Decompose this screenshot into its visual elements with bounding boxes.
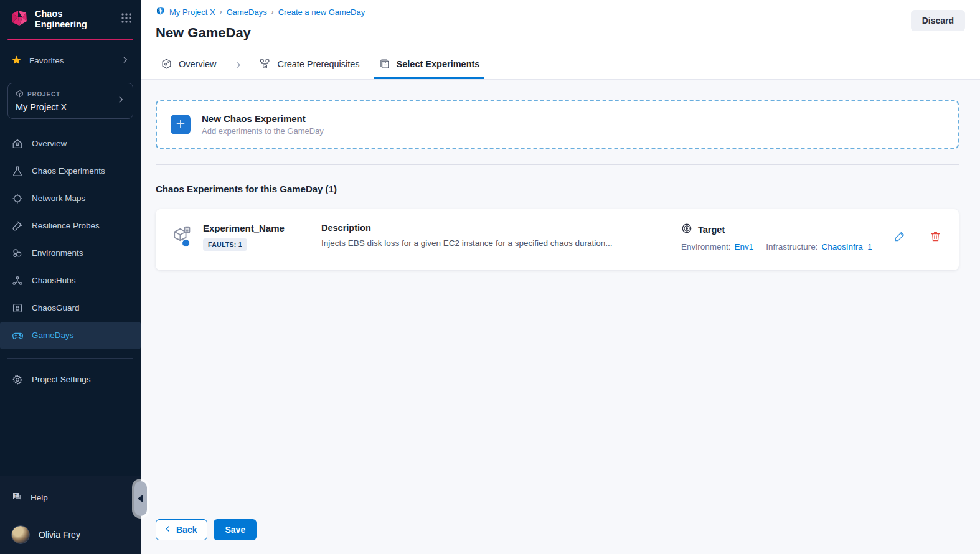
sidebar-item-gamedays[interactable]: GameDays [0, 322, 141, 349]
avatar [11, 525, 30, 544]
star-icon [11, 55, 22, 67]
wizard-tabbar: Overview Create Prerequisites Select Exp… [141, 50, 980, 80]
experiments-section-title: Chaos Experiments for this GameDay (1) [156, 184, 959, 194]
target-bullseye-icon [681, 223, 692, 236]
content-area: New Chaos Experiment Add experiments to … [141, 80, 980, 554]
project-selector[interactable]: PROJECT My Project X [7, 83, 133, 119]
environment-label: Environment: [681, 242, 731, 251]
add-box-title: New Chaos Experiment [202, 113, 324, 124]
main-area: My Project X › GameDays › Create a new G… [141, 0, 980, 554]
add-experiment-button[interactable] [171, 115, 191, 134]
sidebar-item-favorites[interactable]: Favorites [0, 47, 141, 75]
content-divider [156, 164, 959, 165]
environment-link[interactable]: Env1 [735, 242, 754, 251]
description-text: Injects EBS disk loss for a given EC2 in… [321, 238, 662, 248]
user-menu[interactable]: Olivia Frey [0, 518, 141, 554]
pencil-icon [894, 230, 906, 244]
home-icon [11, 138, 24, 149]
faults-badge: FAULTS: 1 [203, 238, 247, 251]
project-label: PROJECT [27, 91, 60, 98]
experiment-cards-icon [379, 58, 390, 70]
gear-icon [11, 374, 24, 385]
delete-experiment-button[interactable] [928, 229, 943, 245]
breadcrumb-logo-icon [156, 6, 165, 17]
experiment-card: Experiment_Name FAULTS: 1 Description In… [156, 209, 959, 270]
chevron-right-icon [116, 95, 125, 106]
network-map-icon [11, 193, 24, 204]
tab-overview[interactable]: Overview [156, 50, 221, 79]
experiment-cube-icon [172, 225, 194, 249]
cube-icon [16, 90, 24, 99]
add-box-subtitle: Add experiments to the GameDay [202, 126, 324, 136]
back-button[interactable]: Back [156, 519, 207, 540]
sidebar-nav: Overview Chaos Experiments Network Maps … [0, 130, 141, 349]
favorites-label: Favorites [29, 56, 64, 65]
sidebar-item-environments[interactable]: Environments [0, 240, 141, 267]
breadcrumb-link-gamedays[interactable]: GameDays [227, 7, 267, 17]
experiment-name[interactable]: Experiment_Name [203, 223, 321, 233]
sidebar-item-chaoshubs[interactable]: ChaosHubs [0, 267, 141, 294]
sidebar-item-overview[interactable]: Overview [0, 130, 141, 157]
harness-chaos-logo [10, 9, 29, 30]
sidebar-item-help[interactable]: ? Help [0, 482, 141, 512]
new-chaos-experiment-dropzone[interactable]: New Chaos Experiment Add experiments to … [156, 100, 959, 149]
breadcrumb-link-project[interactable]: My Project X [169, 7, 215, 17]
sidebar-divider [7, 358, 133, 359]
sidebar-item-resilience-probes[interactable]: Resilience Probes [0, 212, 141, 240]
hub-graph-icon [11, 275, 24, 286]
breadcrumb-separator: › [220, 7, 222, 16]
sidebar: ChaosEngineering Favorites PROJECT My Pr… [0, 0, 141, 554]
test-tube-icon [11, 220, 24, 232]
flowchart-icon [259, 58, 271, 70]
page-title: New GameDay [156, 25, 965, 41]
brand: ChaosEngineering [0, 0, 141, 38]
chevron-right-icon [233, 50, 243, 79]
gamepad-icon [11, 329, 24, 341]
tab-create-prerequisites[interactable]: Create Prerequisites [254, 50, 364, 79]
help-chat-icon: ? [11, 491, 22, 504]
infrastructure-link[interactable]: ChaosInfra_1 [822, 242, 872, 251]
tab-select-experiments[interactable]: Select Experiments [374, 50, 485, 79]
sidebar-item-chaosguard[interactable]: ChaosGuard [0, 294, 141, 322]
brand-name: ChaosEngineering [35, 9, 115, 31]
environments-icon [11, 248, 24, 259]
infrastructure-label: Infrastructure: [766, 242, 817, 251]
page-header: My Project X › GameDays › Create a new G… [141, 0, 980, 50]
discard-button[interactable]: Discard [911, 10, 965, 31]
sidebar-item-chaos-experiments[interactable]: Chaos Experiments [0, 157, 141, 185]
breadcrumb-link-create-gameday[interactable]: Create a new GameDay [278, 7, 365, 17]
plus-icon [176, 119, 186, 131]
flask-icon [11, 166, 24, 177]
app-grid-icon[interactable] [121, 12, 132, 26]
svg-text:?: ? [14, 494, 17, 497]
breadcrumb-separator: › [271, 7, 274, 16]
project-name: My Project X [16, 102, 116, 112]
sidebar-item-network-maps[interactable]: Network Maps [0, 185, 141, 212]
trash-icon [930, 230, 941, 244]
save-button[interactable]: Save [214, 519, 257, 540]
chevron-right-icon [121, 55, 130, 66]
chevron-left-icon [164, 525, 172, 535]
target-title: Target [698, 225, 725, 235]
breadcrumb: My Project X › GameDays › Create a new G… [156, 6, 965, 17]
overview-settings-icon [161, 58, 172, 70]
experiment-status-badge [182, 239, 190, 247]
sidebar-footer-divider [7, 515, 133, 515]
brand-accent-rule [7, 39, 133, 40]
description-title: Description [321, 223, 662, 233]
wizard-footer-actions: Back Save [156, 519, 959, 540]
user-name: Olivia Frey [39, 530, 80, 540]
edit-experiment-button[interactable] [893, 229, 907, 245]
sidebar-footer: ? Help Olivia Frey [0, 476, 141, 554]
lock-icon [11, 303, 24, 314]
sidebar-item-project-settings[interactable]: Project Settings [0, 367, 141, 392]
